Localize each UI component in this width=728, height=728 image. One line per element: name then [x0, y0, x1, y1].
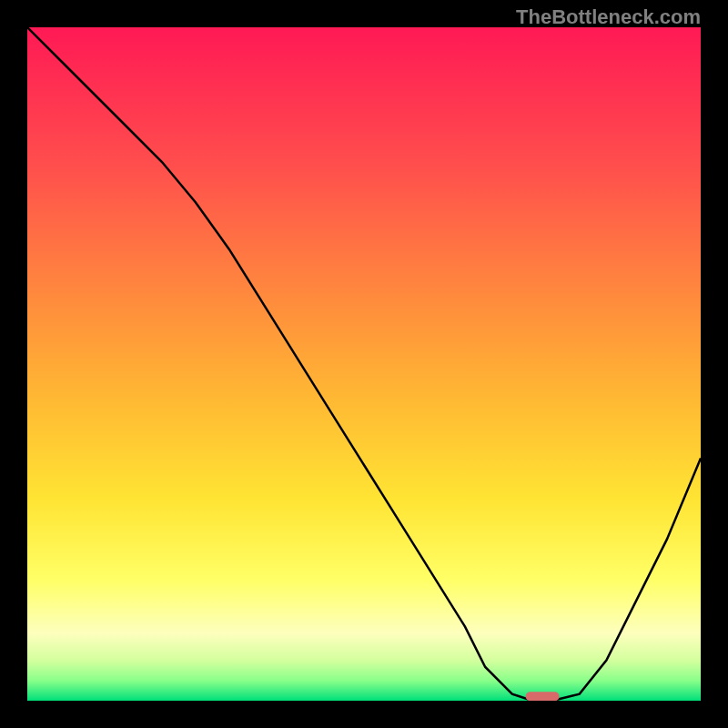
bottleneck-curve	[27, 27, 701, 701]
watermark-text: TheBottleneck.com	[516, 5, 701, 29]
curve-layer	[27, 27, 701, 701]
optimal-marker	[526, 692, 560, 701]
plot-area	[27, 27, 701, 701]
chart-container: TheBottleneck.com	[0, 0, 728, 728]
